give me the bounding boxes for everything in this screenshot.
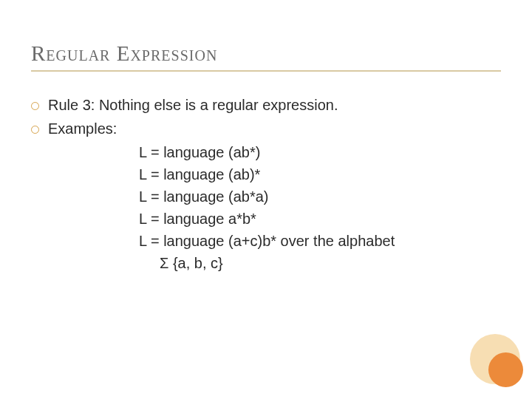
example-line: L = language (a+c)b* over the alphabet	[139, 230, 501, 252]
bullet-icon	[31, 126, 39, 134]
bullet-item: Rule 3: Nothing else is a regular expres…	[31, 94, 501, 116]
example-line: L = language (ab*)	[139, 141, 501, 163]
alphabet-line: Σ {a, b, c}	[160, 252, 501, 274]
example-line: L = language (ab)*	[139, 163, 501, 185]
slide-content: Rule 3: Nothing else is a regular expres…	[31, 94, 501, 274]
examples-block: L = language (ab*) L = language (ab)* L …	[139, 141, 501, 274]
bullet-icon	[31, 102, 39, 110]
bullet-item: Examples:	[31, 117, 501, 140]
slide: Regular Expression Rule 3: Nothing else …	[0, 0, 532, 399]
example-line: L = language (ab*a)	[139, 185, 501, 208]
title-underline	[31, 70, 501, 72]
decorative-circle-inner	[488, 352, 523, 387]
slide-title: Regular Expression	[31, 41, 501, 66]
bullet-text: Examples:	[48, 117, 117, 140]
example-line: L = language a*b*	[139, 208, 501, 230]
bullet-text: Rule 3: Nothing else is a regular expres…	[48, 94, 338, 116]
